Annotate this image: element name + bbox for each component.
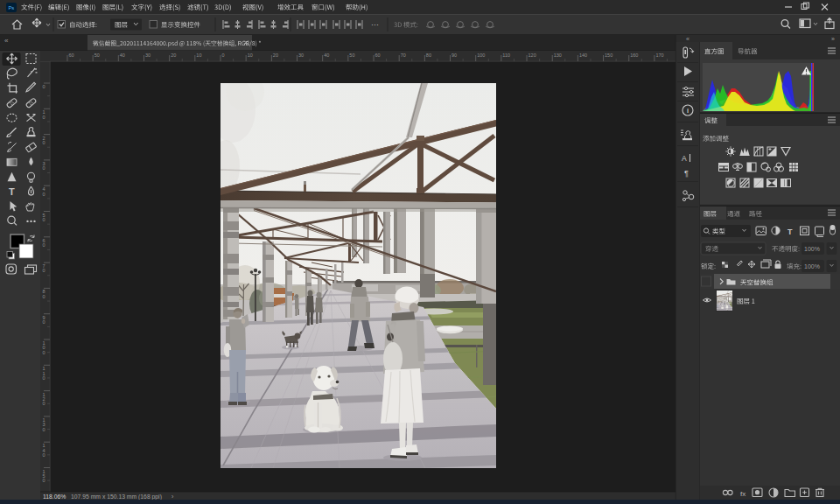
svg-text:70: 70 — [401, 52, 406, 58]
svg-text:0: 0 — [43, 242, 46, 248]
svg-text:0: 0 — [43, 452, 46, 458]
svg-text:150: 150 — [605, 52, 612, 58]
svg-text:30: 30 — [145, 52, 150, 58]
svg-text:60: 60 — [375, 52, 381, 58]
svg-text:0: 0 — [43, 268, 46, 273]
svg-text:0: 0 — [43, 350, 46, 355]
svg-text:160: 160 — [630, 52, 638, 58]
svg-text:30: 30 — [298, 52, 304, 58]
svg-text:0: 0 — [43, 217, 46, 222]
svg-text:«: « — [686, 36, 690, 42]
svg-text:«: « — [4, 37, 9, 45]
svg-text:110: 110 — [502, 52, 510, 58]
svg-text:0: 0 — [43, 192, 46, 197]
svg-text:»: » — [831, 36, 835, 42]
svg-text:100%: 100% — [804, 263, 820, 270]
svg-text:80: 80 — [426, 52, 431, 58]
svg-text:T: T — [9, 186, 15, 197]
svg-text:0: 0 — [43, 401, 46, 406]
svg-text:0: 0 — [43, 165, 46, 171]
svg-text:20: 20 — [273, 52, 278, 58]
svg-text:fx: fx — [740, 490, 746, 498]
svg-text:i: i — [687, 107, 689, 115]
svg-text:20: 20 — [171, 52, 176, 58]
svg-text:¶: ¶ — [684, 169, 689, 178]
svg-text:50: 50 — [94, 52, 100, 58]
svg-text:0: 0 — [43, 319, 46, 325]
svg-text:Ps: Ps — [9, 5, 15, 10]
svg-text:T: T — [788, 228, 793, 236]
svg-text:100%: 100% — [804, 246, 820, 252]
svg-text:40: 40 — [120, 52, 125, 58]
svg-text:107.95 mm x 150.13 mm (168 ppi: 107.95 mm x 150.13 mm (168 ppi) — [71, 494, 162, 500]
svg-text:130: 130 — [554, 52, 562, 58]
svg-text:118.06%: 118.06% — [43, 494, 66, 500]
svg-text:100: 100 — [477, 52, 485, 58]
svg-text:60: 60 — [68, 52, 74, 58]
svg-text:0: 0 — [43, 84, 46, 89]
svg-text:120: 120 — [528, 52, 536, 58]
svg-text:40: 40 — [324, 52, 329, 58]
svg-text:0: 0 — [43, 294, 46, 299]
svg-text:0: 0 — [222, 52, 225, 58]
svg-text:0: 0 — [43, 140, 46, 145]
svg-text:50: 50 — [349, 52, 354, 58]
svg-text:···: ··· — [371, 20, 379, 29]
svg-text:10: 10 — [196, 52, 201, 58]
svg-text:A: A — [682, 154, 687, 163]
svg-text:90: 90 — [452, 52, 457, 58]
svg-text:0: 0 — [43, 427, 46, 432]
svg-text:170: 170 — [655, 52, 663, 58]
svg-text:0: 0 — [43, 478, 46, 483]
svg-text:0: 0 — [43, 115, 46, 120]
svg-text:10: 10 — [248, 52, 253, 58]
svg-text:140: 140 — [579, 52, 587, 58]
svg-text:0: 0 — [43, 375, 46, 381]
